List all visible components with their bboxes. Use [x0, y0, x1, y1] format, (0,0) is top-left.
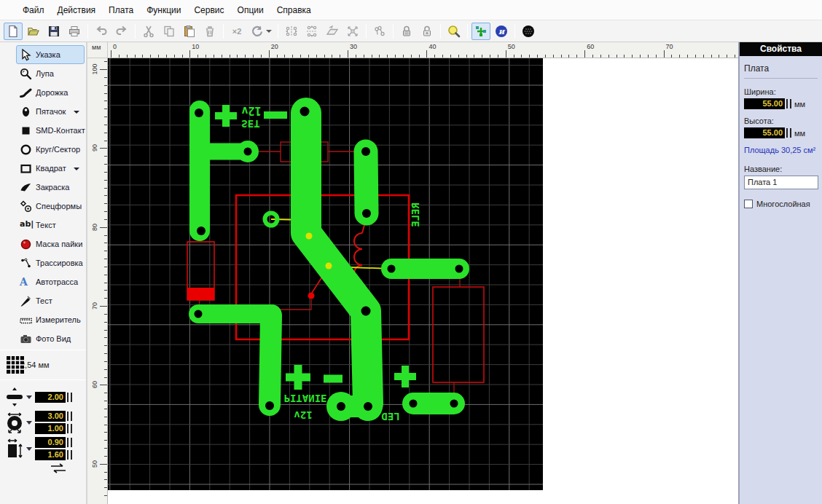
pad-hole-field[interactable]: 1.00	[35, 423, 66, 434]
zoom-button[interactable]	[445, 23, 463, 40]
pad-diameter-spinner[interactable]	[67, 412, 72, 421]
board-canvas[interactable]: 12v SET PITANIE 12v LED RELE	[108, 58, 738, 504]
grid-setting-button[interactable]: 2,54 мм	[0, 352, 86, 378]
height-unit: мм	[794, 129, 805, 138]
board-height-field[interactable]: 55.00	[744, 127, 785, 138]
pcb-board[interactable]: 12v SET PITANIE 12v LED RELE	[108, 58, 543, 490]
multilayer-label: Многослойная	[756, 200, 810, 208]
mirror-h-button[interactable]	[282, 23, 301, 40]
smd-size-dropdown[interactable]	[26, 447, 32, 451]
explode-button[interactable]	[343, 23, 362, 40]
grid-icon	[6, 355, 25, 376]
square-dropdown-caret[interactable]	[74, 168, 79, 170]
info-button[interactable]: и	[492, 23, 511, 40]
menu-item-options[interactable]: Опции	[231, 2, 270, 18]
smd-width-field[interactable]: 0.90	[35, 437, 66, 448]
sidebar-tool-routing[interactable]: Трассировка	[16, 253, 85, 272]
save-button[interactable]	[44, 23, 63, 40]
mirror-v-button[interactable]	[302, 23, 321, 40]
sidebar-tool-special-forms[interactable]: Спецформы	[16, 197, 85, 216]
smd-height-spinner[interactable]	[67, 450, 72, 460]
copy-button[interactable]	[160, 23, 179, 40]
sidebar-tool-text[interactable]: ab|Текст	[16, 216, 85, 235]
menu-item-functions[interactable]: Функции	[140, 2, 187, 18]
sidebar-tool-label: Тест	[36, 296, 52, 305]
sidebar-tool-square[interactable]: Квадрат	[16, 159, 85, 178]
undo-button[interactable]	[92, 23, 111, 40]
board-text-led: LED	[381, 411, 399, 422]
cut-button[interactable]	[139, 23, 158, 40]
rotate-dropdown-caret[interactable]	[266, 30, 272, 33]
sidebar-tool-magnifier[interactable]: Лупа	[16, 64, 85, 83]
ruler-tick	[695, 55, 696, 58]
sidebar-tool-pointer[interactable]: Указка	[16, 45, 85, 64]
board-width-field[interactable]: 55.00	[744, 98, 785, 109]
sheet-button[interactable]	[323, 23, 342, 40]
sidebar-tool-autoroute[interactable]: AАвтотрасса	[16, 272, 85, 291]
smd-width-spinner[interactable]	[67, 438, 72, 447]
track-width-dropdown[interactable]	[26, 395, 32, 399]
sidebar-tool-fill[interactable]: Закраска	[16, 178, 85, 197]
sidebar-tool-smd[interactable]: SMD-Контакт	[16, 121, 85, 140]
pad-hole-spinner[interactable]	[67, 424, 72, 433]
ruler-tick	[537, 55, 538, 58]
snap-button[interactable]	[471, 23, 490, 40]
print-button[interactable]	[65, 23, 84, 40]
open-button[interactable]	[24, 23, 43, 40]
track-width-spinner[interactable]	[67, 393, 72, 402]
delete-button[interactable]	[200, 23, 219, 40]
multilayer-checkbox[interactable]	[744, 200, 753, 208]
ruler-tick	[719, 55, 719, 58]
paste-button[interactable]	[180, 23, 199, 40]
track-width-field[interactable]: 2.00	[35, 392, 66, 403]
menu-item-actions[interactable]: Действия	[51, 2, 103, 18]
ruler-tick	[100, 69, 107, 70]
lock-button[interactable]	[397, 23, 416, 40]
sidebar-tool-test[interactable]: Тест	[16, 291, 85, 310]
ruler-tick	[506, 50, 506, 58]
board-height-spinner[interactable]	[786, 128, 791, 138]
rotate-button[interactable]	[248, 23, 274, 40]
ruler-tick	[664, 50, 665, 58]
ruler-tick	[466, 55, 467, 58]
ruler-tick	[104, 456, 107, 457]
copper-trace[interactable]	[270, 315, 271, 405]
sidebar-tool-pad[interactable]: Пятачок	[16, 102, 85, 121]
sidebar-tool-solder-mask[interactable]: Маска пайки	[16, 235, 85, 253]
sidebar-tool-label: Указка	[36, 50, 60, 59]
ruler-tick	[261, 55, 262, 58]
ruler-tick	[197, 55, 198, 58]
board-width-spinner[interactable]	[786, 99, 791, 109]
ruler-tick	[104, 479, 107, 480]
ruler-tick	[104, 393, 107, 393]
sidebar-tool-trace[interactable]: Дорожка	[16, 83, 85, 102]
redo-button[interactable]	[112, 23, 131, 40]
sidebar-tool-measure[interactable]: Измеритель	[16, 310, 85, 329]
menu-item-service[interactable]: Сервис	[187, 2, 230, 18]
sidebar-tool-label: Закраска	[36, 183, 69, 192]
ruler-tick	[671, 55, 672, 58]
sidebar-tool-circle[interactable]: Круг/Сектор	[16, 140, 85, 159]
ruler-tick	[104, 369, 107, 370]
nodes-button[interactable]	[370, 23, 389, 40]
swap-values-button[interactable]	[48, 463, 86, 475]
lock-open-button[interactable]	[418, 23, 437, 40]
smd-height-field[interactable]: 1.60	[35, 449, 66, 460]
pad-diameter-field[interactable]: 3.00	[35, 411, 66, 422]
new-button[interactable]	[4, 23, 23, 40]
menu-item-help[interactable]: Справка	[270, 2, 318, 18]
photo-view-button[interactable]	[519, 23, 538, 40]
pad-dropdown-caret[interactable]	[74, 111, 79, 114]
x2-button[interactable]: ×2	[227, 23, 246, 40]
ruler-tick	[245, 55, 246, 58]
ruler-label: 10	[192, 43, 199, 50]
ruler-tick	[545, 55, 546, 58]
menu-item-file[interactable]: Файл	[16, 2, 51, 18]
properties-panel: Свойства Плата Ширина: 55.00 мм Высота: …	[738, 42, 822, 504]
pad-size-dropdown[interactable]	[26, 421, 32, 425]
sidebar-tool-photo-view[interactable]: Фото Вид	[16, 329, 85, 348]
ruler-tick	[616, 55, 617, 58]
board-name-input[interactable]: Плата 1	[744, 176, 818, 189]
menu-item-board[interactable]: Плата	[102, 2, 140, 18]
copper-trace[interactable]	[366, 151, 367, 213]
